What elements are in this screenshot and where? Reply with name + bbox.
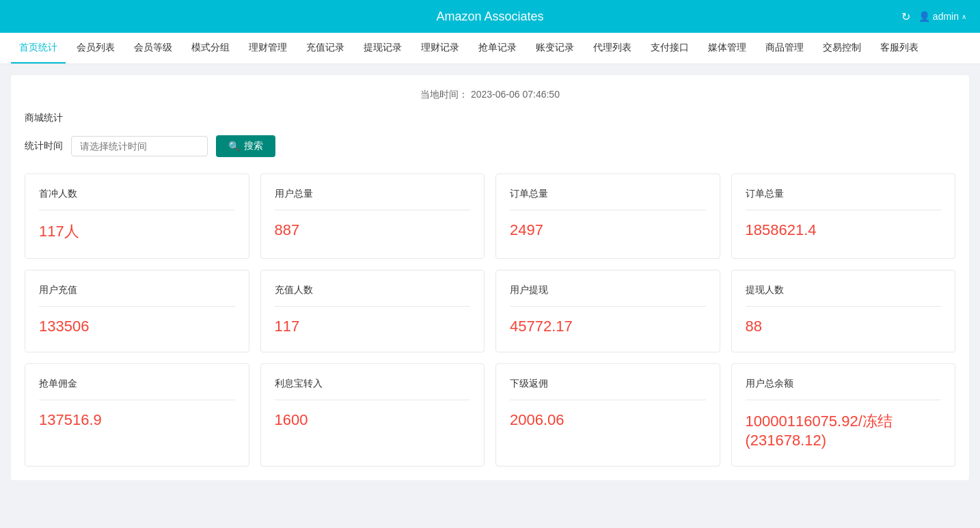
stat-card-6: 用户提现45772.17: [495, 270, 720, 352]
stat-card-10: 下级返佣2006.06: [495, 363, 720, 467]
stat-card-0: 首冲人数117人: [25, 173, 249, 259]
stat-card-title-6: 用户提现: [510, 284, 706, 307]
time-value: 2023-06-06 07:46:50: [471, 89, 560, 100]
stat-card-title-2: 订单总量: [510, 188, 706, 210]
stat-card-value-8: 137516.9: [39, 411, 235, 429]
stat-card-title-10: 下级返佣: [510, 378, 706, 400]
header-right: ↻ 👤 admin ∧: [901, 10, 966, 23]
header: Amazon Associates ↻ 👤 admin ∧: [0, 0, 980, 33]
nav-item-1[interactable]: 会员列表: [68, 33, 123, 64]
stat-card-title-11: 用户总余额: [746, 378, 942, 400]
refresh-icon[interactable]: ↻: [901, 10, 910, 23]
search-button-label: 搜索: [244, 140, 263, 152]
content-card: 当地时间： 2023-06-06 07:46:50 商城统计 统计时间 🔍 搜索…: [11, 75, 969, 480]
nav-item-3[interactable]: 模式分组: [183, 33, 238, 64]
stat-card-title-8: 抢单佣金: [39, 378, 235, 400]
stat-card-title-4: 用户充值: [39, 284, 235, 307]
main-nav: 首页统计会员列表会员等级模式分组理财管理充值记录提现记录理财记录抢单记录账变记录…: [0, 33, 980, 64]
user-icon: 👤: [918, 11, 930, 22]
search-row: 统计时间 🔍 搜索: [25, 135, 955, 157]
stat-card-value-7: 88: [746, 318, 942, 335]
time-bar: 当地时间： 2023-06-06 07:46:50: [25, 89, 955, 101]
main-content: 当地时间： 2023-06-06 07:46:50 商城统计 统计时间 🔍 搜索…: [0, 64, 980, 491]
stat-card-value-3: 1858621.4: [746, 221, 942, 239]
nav-item-10[interactable]: 代理列表: [585, 33, 640, 64]
nav-item-13[interactable]: 商品管理: [757, 33, 812, 64]
nav-item-11[interactable]: 支付接口: [642, 33, 697, 64]
stat-card-title-3: 订单总量: [746, 188, 942, 210]
chevron-down-icon: ∧: [962, 13, 966, 20]
user-label: admin: [933, 11, 959, 22]
section-title: 商城统计: [25, 112, 955, 124]
stat-card-title-5: 充值人数: [275, 284, 471, 307]
stat-card-11: 用户总余额10000116075.92/冻结(231678.12): [731, 363, 956, 467]
stats-grid: 首冲人数117人用户总量887订单总量2497订单总量1858621.4用户充值…: [25, 173, 955, 467]
stat-card-title-7: 提现人数: [746, 284, 942, 307]
stat-card-value-11: 10000116075.92/冻结(231678.12): [746, 411, 942, 449]
stat-card-5: 充值人数117: [260, 270, 485, 352]
stat-card-title-1: 用户总量: [275, 188, 471, 210]
stat-card-3: 订单总量1858621.4: [731, 173, 956, 259]
nav-item-8[interactable]: 抢单记录: [470, 33, 525, 64]
stat-card-1: 用户总量887: [260, 173, 485, 259]
stat-card-value-1: 887: [275, 221, 471, 239]
time-label: 当地时间：: [420, 89, 468, 100]
stat-card-8: 抢单佣金137516.9: [25, 363, 249, 467]
stat-card-title-9: 利息宝转入: [275, 378, 471, 400]
nav-item-7[interactable]: 理财记录: [413, 33, 467, 64]
stat-card-value-5: 117: [275, 318, 471, 335]
stat-card-title-0: 首冲人数: [39, 188, 235, 210]
nav-item-6[interactable]: 提现记录: [355, 33, 410, 64]
stat-card-value-10: 2006.06: [510, 411, 706, 429]
stat-card-value-6: 45772.17: [510, 318, 706, 335]
search-button[interactable]: 🔍 搜索: [216, 135, 275, 157]
stat-card-7: 提现人数88: [731, 270, 956, 352]
user-menu[interactable]: 👤 admin ∧: [918, 11, 966, 22]
stat-card-value-2: 2497: [510, 221, 706, 239]
nav-item-9[interactable]: 账变记录: [528, 33, 582, 64]
nav-item-2[interactable]: 会员等级: [126, 33, 180, 64]
search-label: 统计时间: [25, 140, 63, 152]
nav-item-14[interactable]: 交易控制: [815, 33, 869, 64]
stat-card-value-0: 117人: [39, 221, 235, 242]
stat-card-9: 利息宝转入1600: [260, 363, 485, 467]
nav-item-12[interactable]: 媒体管理: [700, 33, 754, 64]
stat-card-value-4: 133506: [39, 318, 235, 335]
header-title: Amazon Associates: [436, 10, 543, 24]
nav-item-5[interactable]: 充值记录: [298, 33, 353, 64]
nav-item-4[interactable]: 理财管理: [241, 33, 295, 64]
search-input[interactable]: [71, 136, 208, 156]
nav-item-0[interactable]: 首页统计: [11, 33, 66, 64]
stat-card-value-9: 1600: [275, 411, 471, 429]
nav-item-15[interactable]: 客服列表: [872, 33, 927, 64]
stat-card-2: 订单总量2497: [495, 173, 720, 259]
search-icon: 🔍: [228, 141, 240, 152]
stat-card-4: 用户充值133506: [25, 270, 249, 352]
